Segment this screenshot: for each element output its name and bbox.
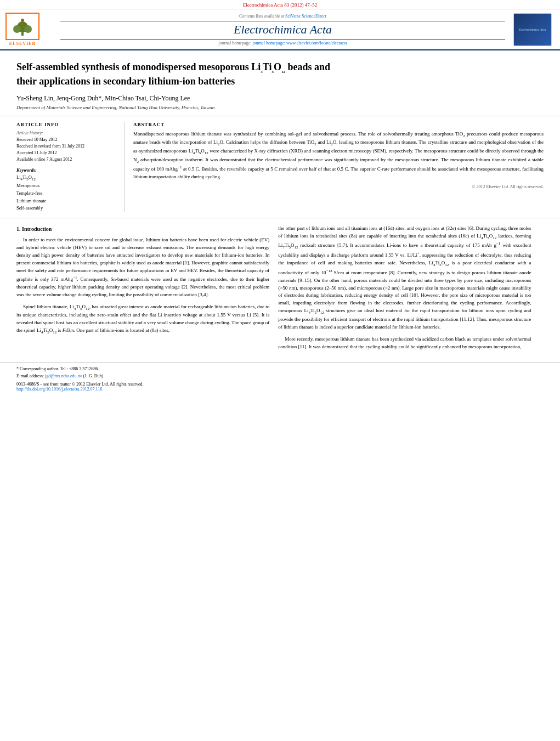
received-date: Received 10 May 2012: [16, 137, 115, 143]
journal-logo-right: Electrochimica Acta: [511, 13, 555, 46]
header-divider-bottom: [60, 39, 505, 39]
article-info-title: ARTICLE INFO: [16, 122, 115, 127]
authors: Yu-Sheng Lin, Jenq-Gong Duh*, Min-Chiao …: [16, 94, 544, 103]
svg-point-4: [24, 25, 32, 33]
keyword-5: Self-assembly: [16, 205, 115, 212]
elsevier-logo-area: ELSEVIER: [5, 13, 55, 46]
doi-link[interactable]: http://dx.doi.org/10.1016/j.electacta.20…: [16, 387, 544, 392]
article-history: Article history: Received 10 May 2012 Re…: [16, 131, 115, 163]
article-title: Self-assembled synthesis of monodisperse…: [16, 60, 544, 89]
journal-reference: Electrochimica Acta 83 (2012) 47–52: [0, 0, 560, 9]
corresponding-author-note: * Corresponding author. Tel.: +886 3 571…: [16, 366, 544, 373]
homepage-anchor[interactable]: journal homepage: www.elsevier.com/locat…: [252, 41, 347, 46]
keywords-label: Keywords:: [16, 167, 115, 173]
journal-header: ELSEVIER Contents lists available at Sci…: [0, 9, 560, 50]
svg-point-3: [13, 25, 21, 33]
svg-point-5: [21, 19, 24, 22]
intro-paragraph-2: Spinel lithium titanate, Li4Ti5O12, has …: [16, 303, 269, 336]
journal-cover-image: Electrochimica Acta: [513, 13, 552, 46]
history-label: Article history:: [16, 131, 115, 135]
article-info-panel: ARTICLE INFO Article history: Received 1…: [16, 122, 115, 212]
abstract-section: ABSTRACT Monodispersed mesoporous lithiu…: [133, 122, 544, 212]
email-link[interactable]: jgd@mx.nthu.edu.tw: [45, 374, 82, 378]
elsevier-logo-box: [5, 13, 39, 40]
elsevier-logo: ELSEVIER: [5, 13, 39, 46]
keywords-section: Keywords: Li4Ti5O12 Mesoporous Template-…: [16, 167, 115, 212]
right-paragraph-1: the other part of lithium ions and all t…: [278, 225, 531, 331]
abstract-text: Monodispersed mesoporous lithium titanat…: [133, 131, 544, 181]
sciverse-link: Contents lists available at SciVerse Sci…: [239, 14, 326, 19]
revised-date: Received in revised form 31 July 2012: [16, 143, 115, 150]
keyword-3: Template-free: [16, 190, 115, 197]
info-abstract-divider: [124, 122, 125, 212]
header-divider-top: [60, 21, 505, 21]
keyword-2: Mesoporous: [16, 182, 115, 190]
left-column: 1. Introduction In order to meet the env…: [16, 225, 269, 355]
elsevier-text: ELSEVIER: [9, 41, 36, 46]
journal-logo-text: Electrochimica Acta: [519, 28, 546, 31]
journal-title: Electrochimica Acta: [234, 22, 332, 37]
available-date: Available online 7 August 2012: [16, 156, 115, 163]
homepage-link: journal homepage: journal homepage: www.…: [218, 41, 347, 46]
keyword-4: Lithium titanate: [16, 197, 115, 205]
keyword-1: Li4Ti5O12: [16, 174, 115, 183]
main-content: 1. Introduction In order to meet the env…: [0, 218, 560, 362]
introduction-heading: 1. Introduction: [16, 225, 269, 234]
email-note: E-mail address: jgd@mx.nthu.edu.tw (J.-G…: [16, 373, 544, 380]
abstract-copyright: © 2012 Elsevier Ltd. All rights reserved…: [133, 184, 544, 189]
intro-paragraph-1: In order to meet the environmental conce…: [16, 236, 269, 299]
abstract-title: ABSTRACT: [133, 122, 544, 127]
right-paragraph-2: More recently, mesoporous lithium titana…: [278, 336, 531, 351]
accepted-date: Accepted 31 July 2012: [16, 150, 115, 156]
article-title-section: Self-assembled synthesis of monodisperse…: [0, 50, 560, 116]
section-number: 1. Introduction: [16, 226, 52, 232]
affiliation: Department of Materials Science and Engi…: [16, 105, 544, 110]
sciverse-anchor[interactable]: SciVerse ScienceDirect: [285, 14, 326, 19]
article-info-abstract: ARTICLE INFO Article history: Received 1…: [0, 116, 560, 218]
footer-copyright: 0013-4686/$ – see front matter © 2012 El…: [16, 382, 544, 387]
right-column: the other part of lithium ions and all t…: [278, 225, 531, 355]
journal-title-center: Contents lists available at SciVerse Sci…: [60, 13, 505, 46]
footer: * Corresponding author. Tel.: +886 3 571…: [0, 362, 560, 394]
